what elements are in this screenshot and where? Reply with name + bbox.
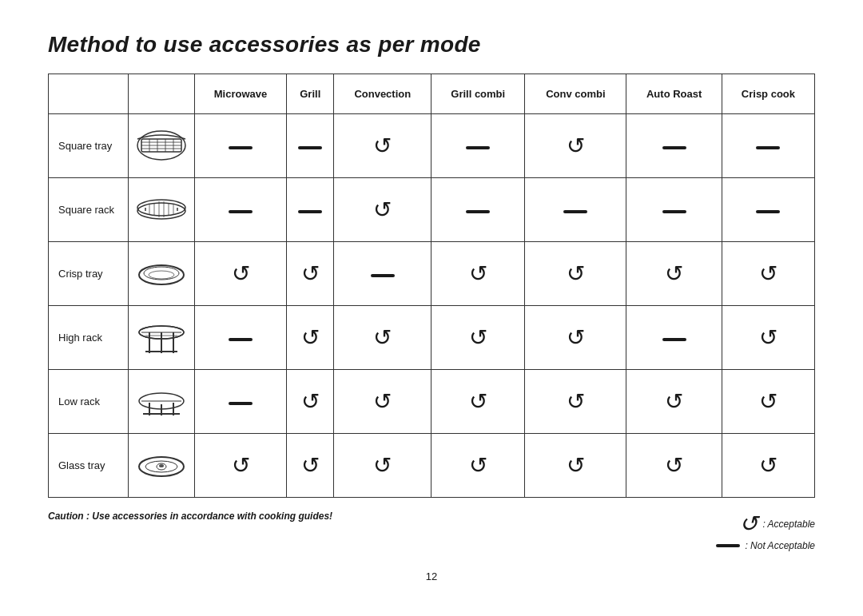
header-microwave: Microwave	[195, 74, 287, 114]
ok-symbol: ↺	[373, 324, 392, 351]
ok-symbol: ↺	[759, 324, 777, 351]
cell-2-5: ↺	[626, 242, 722, 306]
header-conv-combi: Conv combi	[525, 74, 626, 114]
header-accessory-img	[129, 74, 195, 114]
cell-1-3	[432, 178, 525, 242]
legend-ok: ↺ : Acceptable	[716, 511, 815, 537]
cell-2-0: ↺	[195, 242, 287, 306]
cell-4-2: ↺	[334, 370, 432, 434]
cell-1-4	[525, 178, 626, 242]
row-label-3: High rack	[49, 306, 129, 370]
cell-1-1	[287, 178, 334, 242]
row-label-2: Crisp tray	[49, 242, 129, 306]
ok-symbol: ↺	[301, 324, 320, 351]
cell-0-1	[287, 114, 334, 178]
cell-0-4: ↺	[525, 114, 626, 178]
page-title: Method to use accessories as per mode	[48, 32, 815, 58]
cell-4-4: ↺	[525, 370, 626, 434]
cell-4-6: ↺	[722, 370, 814, 434]
cell-5-0: ↺	[195, 434, 287, 498]
legend-no: : Not Acceptable	[716, 540, 815, 551]
cell-1-6	[722, 178, 814, 242]
accessory-icon-square-tray	[129, 114, 195, 178]
cell-0-0	[195, 114, 287, 178]
cell-4-5: ↺	[626, 370, 722, 434]
cell-3-4: ↺	[525, 306, 626, 370]
ok-symbol: ↺	[301, 388, 320, 415]
svg-point-21	[149, 271, 174, 279]
ok-symbol: ↺	[373, 388, 392, 415]
no-symbol	[466, 210, 490, 213]
cell-5-4: ↺	[525, 434, 626, 498]
cell-5-1: ↺	[287, 434, 334, 498]
cell-1-2: ↺	[334, 178, 432, 242]
ok-symbol: ↺	[567, 324, 585, 351]
ok-symbol: ↺	[567, 452, 585, 479]
page-number: 12	[48, 570, 815, 582]
cell-3-6: ↺	[722, 306, 814, 370]
cell-4-0	[195, 370, 287, 434]
ok-symbol: ↺	[469, 452, 487, 479]
cell-5-2: ↺	[334, 434, 432, 498]
header-crisp-cook: Crisp cook	[722, 74, 814, 114]
ok-symbol: ↺	[469, 388, 487, 415]
no-symbol	[662, 146, 686, 149]
ok-symbol: ↺	[301, 260, 320, 287]
header-convection: Convection	[334, 74, 432, 114]
header-auto-roast: Auto Roast	[626, 74, 722, 114]
row-label-4: Low rack	[49, 370, 129, 434]
cell-0-5	[626, 114, 722, 178]
cell-3-1: ↺	[287, 306, 334, 370]
no-symbol	[298, 146, 322, 149]
svg-point-20	[144, 267, 179, 280]
no-symbol	[466, 146, 490, 149]
cell-1-5	[626, 178, 722, 242]
ok-symbol: ↺	[469, 324, 487, 351]
no-symbol	[229, 402, 253, 405]
accessories-table: Microwave Grill Convection Grill combi C…	[48, 74, 815, 498]
cell-0-3	[432, 114, 525, 178]
no-symbol	[662, 338, 686, 341]
no-symbol	[756, 210, 780, 213]
svg-point-10	[137, 200, 185, 216]
cell-2-2	[334, 242, 432, 306]
no-symbol	[563, 210, 587, 213]
no-symbol	[662, 210, 686, 213]
ok-symbol: ↺	[567, 260, 585, 287]
legend-ok-icon: ↺	[739, 511, 758, 537]
cell-4-1: ↺	[287, 370, 334, 434]
cell-3-3: ↺	[432, 306, 525, 370]
accessory-icon-high-rack	[129, 306, 195, 370]
ok-symbol: ↺	[665, 388, 683, 415]
cell-5-6: ↺	[722, 434, 814, 498]
ok-symbol: ↺	[232, 452, 250, 479]
legend-no-icon	[716, 544, 740, 547]
table-row: Crisp tray ↺↺↺↺↺↺	[49, 242, 815, 306]
ok-symbol: ↺	[373, 133, 392, 159]
no-symbol	[298, 210, 322, 213]
caution-text: Caution : Use accessories in accordance …	[48, 511, 332, 522]
accessory-icon-low-rack	[129, 370, 195, 434]
ok-symbol: ↺	[759, 388, 777, 415]
cell-0-2: ↺	[334, 114, 432, 178]
no-symbol	[756, 146, 780, 149]
no-symbol	[229, 338, 253, 341]
legend-ok-label: : Acceptable	[762, 519, 815, 530]
table-row: Low rack ↺↺↺↺↺↺	[49, 370, 815, 434]
ok-symbol: ↺	[373, 452, 392, 479]
header-grill-combi: Grill combi	[432, 74, 525, 114]
ok-symbol: ↺	[373, 197, 392, 223]
cell-2-6: ↺	[722, 242, 814, 306]
no-symbol	[229, 146, 253, 149]
cell-3-5	[626, 306, 722, 370]
header-col0	[49, 74, 129, 114]
svg-point-39	[159, 464, 164, 467]
no-symbol	[229, 210, 253, 213]
table-row: Square tray ↺↺	[49, 114, 815, 178]
header-grill: Grill	[287, 74, 334, 114]
table-row: Glass tray ↺↺↺↺↺↺↺	[49, 434, 815, 498]
row-label-0: Square tray	[49, 114, 129, 178]
accessory-icon-crisp-tray	[129, 242, 195, 306]
cell-5-3: ↺	[432, 434, 525, 498]
footer: Caution : Use accessories in accordance …	[48, 511, 815, 554]
